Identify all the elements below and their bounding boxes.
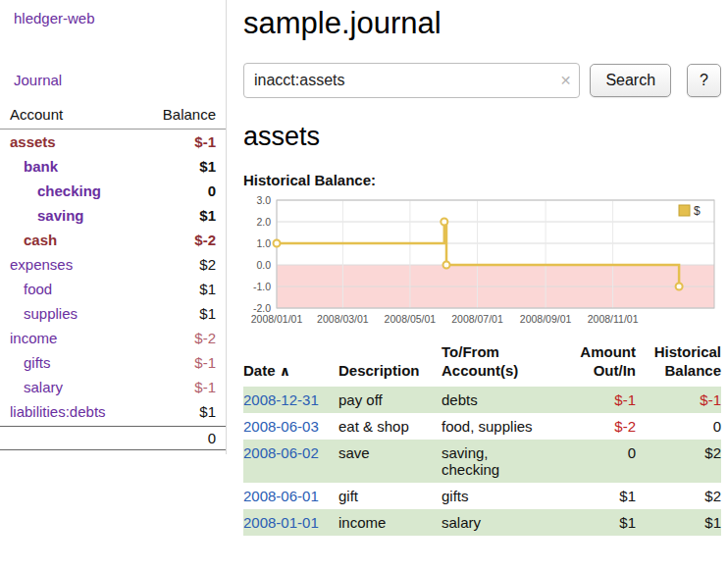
account-balance: $1 [199,403,216,420]
account-link[interactable]: liabilities:debts [10,403,106,420]
main-content: sample.journal ✕ Search ? assets Histori… [243,0,721,536]
transaction-date-link[interactable]: 2008-06-02 [243,444,319,461]
account-link[interactable]: gifts [24,354,51,371]
account-row-supplies[interactable]: supplies $1 [0,301,226,326]
transaction-balance: $2 [636,440,721,483]
account-balance: $-2 [194,232,216,248]
account-row-bank[interactable]: bank $1 [0,154,226,179]
account-row-liabilities-debts[interactable]: liabilities:debts $1 [0,399,226,424]
register-header-row: Date ∧ Description To/From Account(s) Am… [243,343,721,387]
transaction-amount: $1 [551,483,636,509]
register-table: Date ∧ Description To/From Account(s) Am… [243,343,721,536]
accounts-column-header: To/From Account(s) [442,343,551,387]
transaction-amount: 0 [551,440,636,483]
account-link[interactable]: salary [24,379,63,395]
account-link[interactable]: checking [37,182,101,199]
amount-column-header: Amount Out/In [551,343,636,387]
account-column-header: Account [10,106,63,123]
account-balance: $-1 [194,379,216,395]
accounts-total: 0 [208,430,216,446]
account-link[interactable]: expenses [10,256,73,273]
transaction-date-link[interactable]: 2008-06-01 [243,488,319,504]
register-row[interactable]: 2008-12-31 pay off debts $-1 $-1 [243,387,721,413]
transaction-balance: 0 [636,413,721,440]
clear-icon[interactable]: ✕ [560,73,572,88]
register-row[interactable]: 2008-06-02 save saving, checking 0 $2 [243,440,721,483]
transaction-description: pay off [338,387,442,413]
description-column-header: Description [338,343,442,387]
account-link[interactable]: saving [37,207,84,224]
account-link[interactable]: food [24,281,52,297]
account-balance: $1 [199,207,216,224]
search-box: ✕ [243,63,580,98]
svg-text:2008/05/01: 2008/05/01 [385,313,437,325]
account-row-cash[interactable]: cash $-2 [0,228,226,252]
accounts-table: Account Balance assets $-1 bank $1 check… [0,106,226,450]
transaction-date-link[interactable]: 2008-12-31 [243,391,319,408]
transaction-accounts: gifts [442,483,551,509]
account-row-food[interactable]: food $1 [0,277,226,301]
current-account-heading: assets [243,122,721,152]
svg-text:2008/09/01: 2008/09/01 [520,313,572,325]
help-button[interactable]: ? [687,64,721,97]
svg-text:-1.0: -1.0 [253,281,271,292]
transaction-accounts: food, supplies [442,413,551,440]
svg-text:2008/01/01: 2008/01/01 [251,313,303,325]
hledger-web-page: hledger-web Journal Account Balance asse… [0,0,728,571]
account-balance: 0 [208,182,216,199]
account-balance: $-2 [194,330,216,346]
search-bar: ✕ Search ? [243,63,721,98]
account-row-assets[interactable]: assets $-1 [0,130,226,154]
chart-title: Historical Balance: [243,172,721,188]
svg-text:2.0: 2.0 [256,216,271,228]
svg-text:-2.0: -2.0 [253,302,271,314]
account-link[interactable]: supplies [24,305,78,322]
account-row-checking[interactable]: checking 0 [0,179,226,203]
historical-balance-chart: 3.02.01.00.0-1.0-2.02008/01/012008/03/01… [243,194,721,334]
transaction-description: gift [338,483,442,509]
sort-ascending-icon[interactable]: ∧ [280,363,290,379]
svg-text:2008/07/01: 2008/07/01 [451,313,503,325]
account-balance: $2 [199,256,216,273]
transaction-accounts: salary [442,509,551,536]
register-row[interactable]: 2008-01-01 income salary $1 $1 [243,509,721,536]
account-link[interactable]: bank [24,158,58,175]
account-balance: $1 [199,305,216,322]
account-balance: $-1 [194,133,216,150]
sidebar-item-journal[interactable]: Journal [14,72,226,88]
transaction-amount: $1 [551,509,636,536]
account-row-income[interactable]: income $-2 [0,326,226,350]
app-brand-link[interactable]: hledger-web [14,10,226,26]
sidebar: hledger-web Journal Account Balance asse… [0,0,227,454]
svg-text:$: $ [694,204,701,218]
transaction-description: save [338,440,442,483]
balance-chart-svg: 3.02.01.00.0-1.0-2.02008/01/012008/03/01… [243,194,721,330]
account-link[interactable]: cash [24,232,57,248]
date-column-header[interactable]: Date ∧ [243,343,338,387]
balance-column-header: Balance [163,106,216,123]
account-balance: $-1 [194,354,216,371]
transaction-amount: $-1 [551,387,636,413]
page-title: sample.journal [243,6,721,41]
accounts-table-header: Account Balance [0,106,226,130]
account-row-gifts[interactable]: gifts $-1 [0,350,226,375]
account-balance: $1 [199,158,216,175]
transaction-balance: $-1 [636,387,721,413]
register-row[interactable]: 2008-06-03 eat & shop food, supplies $-2… [243,413,721,440]
register-row[interactable]: 2008-06-01 gift gifts $1 $2 [243,483,721,509]
account-row-saving[interactable]: saving $1 [0,203,226,228]
date-header-label: Date [243,362,276,379]
svg-text:3.0: 3.0 [256,194,271,206]
transaction-description: eat & shop [338,413,442,440]
transaction-date-link[interactable]: 2008-06-03 [243,418,319,435]
search-input[interactable] [243,63,580,98]
transaction-description: income [338,509,442,536]
search-button[interactable]: Search [590,64,671,97]
account-link[interactable]: income [10,330,57,346]
account-balance: $1 [199,281,216,297]
transaction-date-link[interactable]: 2008-01-01 [243,514,319,531]
account-row-salary[interactable]: salary $-1 [0,375,226,399]
account-row-expenses[interactable]: expenses $2 [0,252,226,277]
account-link[interactable]: assets [10,133,56,150]
transaction-accounts: debts [442,387,551,413]
